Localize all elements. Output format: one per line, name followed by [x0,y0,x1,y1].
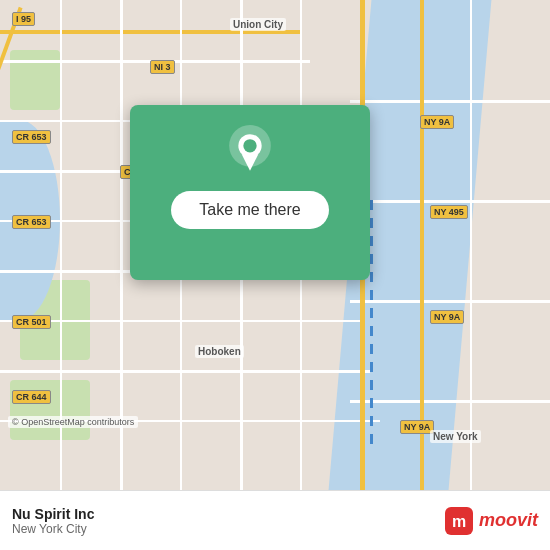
highway-shield-cr653b: CR 653 [12,215,51,229]
location-pin-icon [225,125,275,175]
map-container: I 95 NI 3 CR 653 CR 681 CR 653 CR 685 CR… [0,0,550,490]
highway-shield-cr501: CR 501 [12,315,51,329]
moovit-icon: m [445,507,473,535]
street [0,370,370,373]
location-city: New York City [12,522,94,536]
street [350,300,550,303]
street [350,100,550,103]
city-label-new-york: New York [430,430,481,443]
highway-shield-cr644: CR 644 [12,390,51,404]
map-copyright: © OpenStreetMap contributors [8,416,138,428]
city-label-union-city: Union City [230,18,286,31]
take-me-there-button[interactable]: Take me there [171,191,328,229]
highway-shield-cr653a: CR 653 [12,130,51,144]
street [350,200,550,203]
moovit-text: moovit [479,510,538,531]
highway-street [420,0,424,490]
highway-shield-ni3: NI 3 [150,60,175,74]
city-label-hoboken: Hoboken [195,345,244,358]
location-name: Nu Spirit Inc [12,506,94,522]
highway-shield-ny9a-top: NY 9A [420,115,454,129]
moovit-logo: m moovit [445,507,538,535]
highway-shield-i95: I 95 [12,12,35,26]
svg-point-2 [243,139,256,152]
highway-shield-ny9a-mid: NY 9A [430,310,464,324]
park-area [10,50,60,110]
highway-shield-ny495: NY 495 [430,205,468,219]
svg-text:m: m [452,513,466,530]
bottom-bar: Nu Spirit Inc New York City m moovit [0,490,550,550]
park-area [10,380,90,440]
street [350,400,550,403]
hudson-dashes [370,200,373,450]
location-info: Nu Spirit Inc New York City [12,506,94,536]
location-card: Take me there [130,105,370,280]
street [470,0,472,490]
